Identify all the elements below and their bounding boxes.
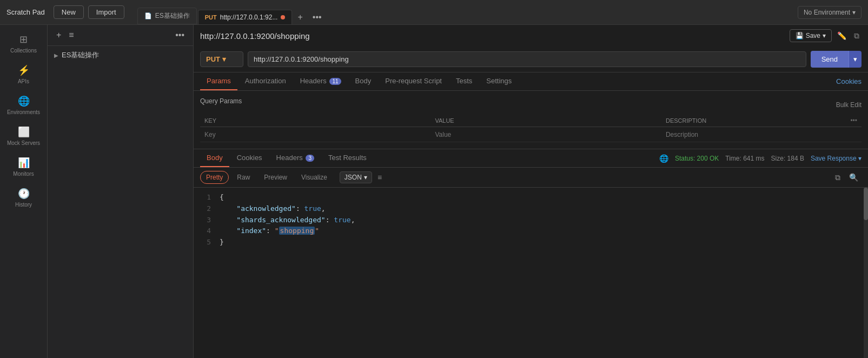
tab-params[interactable]: Params — [200, 72, 237, 90]
monitors-icon: 📊 — [18, 157, 30, 169]
response-size: Size: 184 B — [771, 155, 804, 162]
tab-headers[interactable]: Headers 11 — [294, 72, 348, 90]
desc-input[interactable] — [666, 131, 842, 138]
filter-collection-button[interactable]: ≡ — [67, 29, 76, 41]
env-selector[interactable]: No Environment ▾ — [798, 6, 862, 19]
method-label: PUT — [206, 55, 220, 63]
sidebar-item-collections[interactable]: ⊞ Collections — [2, 29, 45, 58]
key-column-header: KEY — [200, 115, 430, 127]
tab-es-basic-label: ES基础操作 — [155, 11, 190, 21]
sidebar-item-apis[interactable]: ⚡ APIs — [2, 60, 45, 89]
response-time: Time: 641 ms — [725, 155, 764, 162]
fmt-tab-preview[interactable]: Preview — [258, 171, 293, 184]
sidebar-item-monitors[interactable]: 📊 Monitors — [2, 153, 45, 181]
import-button[interactable]: Import — [88, 5, 124, 19]
resp-tab-body[interactable]: Body — [200, 149, 229, 167]
save-button[interactable]: 💾 Save ▾ — [790, 29, 832, 42]
code-area: 1 { 2 "acknowledged": true, 3 "shards_ac… — [194, 188, 868, 358]
collection-more-button[interactable]: ••• — [173, 29, 187, 41]
search-response-button[interactable]: 🔍 — [846, 172, 862, 183]
method-selector[interactable]: PUT ▾ — [200, 51, 243, 67]
fmt-tab-raw[interactable]: Raw — [231, 171, 256, 184]
send-group: Send ▾ — [811, 51, 862, 68]
edit-button[interactable]: ✏️ — [835, 30, 849, 41]
url-bar-top: http://127.0.0.1:9200/shopping 💾 Save ▾ … — [194, 25, 868, 47]
more-column-header: ••• — [846, 115, 862, 127]
url-input[interactable] — [248, 51, 806, 67]
tab-tests[interactable]: Tests — [449, 72, 479, 90]
line-num-5: 5 — [200, 237, 211, 248]
copy-response-button[interactable]: ⧉ — [832, 172, 844, 183]
collection-es-basic[interactable]: ▶ ES基础操作 — [48, 46, 193, 64]
code-line-3: 3 "shards_acknowledged": true, — [200, 215, 862, 226]
sidebar-item-mock-servers[interactable]: ⬜ Mock Servers — [2, 122, 45, 150]
tab-pre-request[interactable]: Pre-request Script — [379, 72, 448, 90]
line-num-2: 2 — [200, 203, 211, 215]
value-input[interactable] — [435, 131, 657, 138]
line-content-2: "acknowledged": true, — [220, 203, 326, 215]
code-line-2: 2 "acknowledged": true, — [200, 203, 862, 215]
copy-button[interactable]: ⧉ — [852, 30, 862, 42]
resp-tab-cookies[interactable]: Cookies — [230, 149, 269, 167]
line-content-1: { — [220, 192, 224, 203]
scrollbar[interactable] — [864, 188, 868, 358]
code-line-5: 5 } — [200, 237, 862, 248]
fmt-tab-visualize[interactable]: Visualize — [295, 171, 333, 184]
tab-body[interactable]: Body — [349, 72, 378, 90]
resp-tab-test-results[interactable]: Test Results — [322, 149, 373, 167]
sidebar-item-history[interactable]: 🕐 History — [2, 183, 45, 212]
resp-tab-headers[interactable]: Headers 3 — [270, 149, 321, 167]
add-collection-button[interactable]: + — [54, 29, 63, 41]
response-actions: ⧉ 🔍 — [832, 172, 862, 183]
format-chevron: ▾ — [364, 174, 367, 181]
line-num-3: 3 — [200, 215, 211, 226]
response-meta: 🌐 Status: 200 OK Time: 641 ms Size: 184 … — [659, 154, 862, 163]
tabs-bar: 📄 ES基础操作 PUT http://127.0.0.1:92... + ••… — [129, 0, 793, 24]
tab-es-basic[interactable]: 📄 ES基础操作 — [137, 8, 197, 24]
line-content-3: "shards_acknowledged": true, — [220, 215, 355, 226]
save-icon: 💾 — [796, 32, 804, 39]
fmt-tab-pretty[interactable]: Pretty — [200, 171, 229, 184]
code-line-1: 1 { — [200, 192, 862, 203]
send-button[interactable]: Send — [811, 51, 849, 68]
key-input[interactable] — [204, 131, 426, 138]
code-line-4: 4 "index": "shopping" — [200, 226, 862, 237]
add-tab-button[interactable]: + — [293, 10, 307, 24]
tab-more-button[interactable]: ••• — [308, 10, 326, 24]
format-tabs: Pretty Raw Preview Visualize JSON ▾ ≡ — [194, 168, 868, 188]
params-table: KEY VALUE DESCRIPTION ••• — [200, 115, 862, 142]
line-content-4: "index": "shopping" — [220, 226, 319, 237]
format-selector-wrapper: JSON ▾ ≡ — [340, 171, 385, 183]
response-area: Body Cookies Headers 3 Test Results 🌐 St… — [194, 149, 868, 358]
tab-put-request[interactable]: PUT http://127.0.0.1:92... — [198, 10, 293, 24]
apis-icon: ⚡ — [18, 64, 30, 76]
collections-icon: ⊞ — [19, 34, 28, 45]
scratch-pad-title: Scratch Pad — [6, 8, 45, 16]
save-response-button[interactable]: Save Response ▾ — [811, 155, 862, 162]
filter-button[interactable]: ≡ — [374, 172, 385, 183]
sidebar-item-environments[interactable]: 🌐 Environments — [2, 91, 45, 120]
globe-icon: 🌐 — [659, 154, 668, 163]
new-button[interactable]: New — [54, 5, 84, 19]
main-layout: ⊞ Collections ⚡ APIs 🌐 Environments ⬜ Mo… — [0, 25, 868, 358]
response-status: Status: 200 OK — [675, 155, 719, 162]
desc-column-header: DESCRIPTION — [661, 115, 846, 127]
format-selector[interactable]: JSON ▾ — [340, 171, 372, 183]
tab-settings[interactable]: Settings — [480, 72, 518, 90]
tab-file-icon: 📄 — [144, 12, 152, 19]
resp-headers-badge: 3 — [306, 155, 314, 162]
sidebar: ⊞ Collections ⚡ APIs 🌐 Environments ⬜ Mo… — [0, 25, 48, 358]
response-tabs: Body Cookies Headers 3 Test Results 🌐 St… — [194, 149, 868, 168]
params-more-button[interactable]: ••• — [850, 117, 857, 124]
cookies-link[interactable]: Cookies — [836, 77, 862, 85]
collection-item-label: ES基础操作 — [62, 50, 99, 60]
scrollbar-thumb[interactable] — [864, 188, 868, 220]
bulk-edit-button[interactable]: Bulk Edit — [836, 101, 862, 109]
tab-authorization[interactable]: Authorization — [238, 72, 293, 90]
save-label: Save — [806, 32, 820, 39]
request-area: http://127.0.0.1:9200/shopping 💾 Save ▾ … — [194, 25, 868, 358]
url-bar-actions: 💾 Save ▾ ✏️ ⧉ — [790, 29, 862, 42]
tab-put-method: PUT — [205, 14, 217, 21]
send-arrow-button[interactable]: ▾ — [849, 51, 862, 68]
headers-badge: 11 — [329, 78, 341, 85]
